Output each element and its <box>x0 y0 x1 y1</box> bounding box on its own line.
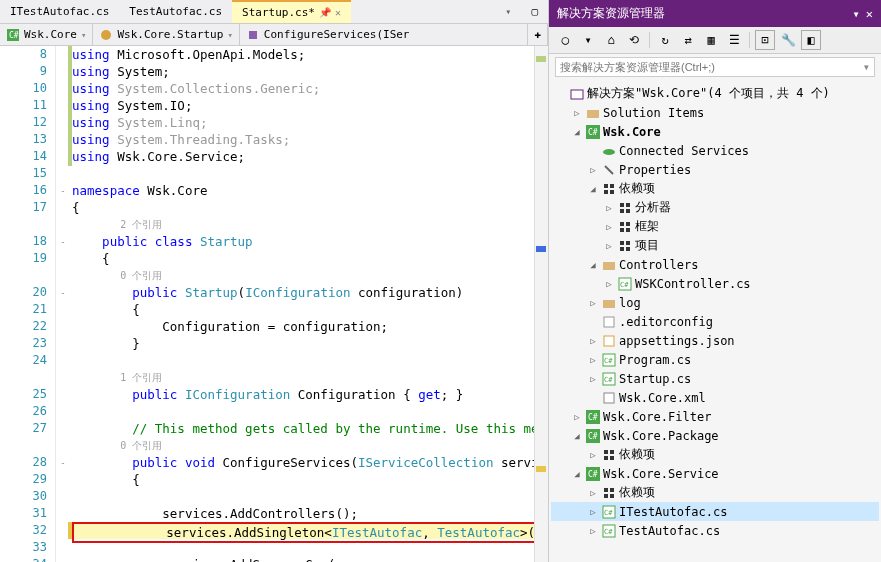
expand-icon[interactable]: ▷ <box>587 298 599 308</box>
code-line[interactable]: services.AddSwaggerGen(c => <box>70 556 548 562</box>
tree-node[interactable]: ▷C#WSKController.cs <box>551 274 879 293</box>
home-button[interactable]: ⌂ <box>601 30 621 50</box>
collapse-button[interactable]: ⇄ <box>678 30 698 50</box>
tab-startup[interactable]: Startup.cs* 📌 ✕ <box>232 0 351 23</box>
expand-icon[interactable]: ▷ <box>587 450 599 460</box>
back-button[interactable]: ◯ <box>555 30 575 50</box>
code-line[interactable]: Configuration = configuration; <box>70 318 548 335</box>
pin-icon[interactable]: 📌 <box>319 7 331 18</box>
code-line[interactable]: using System.Linq; <box>70 114 548 131</box>
expand-icon[interactable]: ▷ <box>587 336 599 346</box>
tree-node[interactable]: ▷Solution Items <box>551 103 879 122</box>
expand-icon[interactable]: ▷ <box>587 355 599 365</box>
chevron-down-icon[interactable]: ▾ <box>863 60 870 74</box>
code-line[interactable]: { <box>70 199 548 216</box>
overview-ruler[interactable] <box>534 46 548 562</box>
code-line[interactable]: public IConfiguration Configuration { ge… <box>70 386 548 403</box>
expand-icon[interactable]: ▷ <box>603 279 615 289</box>
refresh-button[interactable]: ↻ <box>655 30 675 50</box>
tree-node[interactable]: ▷appsettings.json <box>551 331 879 350</box>
properties-button[interactable]: ☰ <box>724 30 744 50</box>
code-line[interactable]: public void ConfigureServices(IServiceCo… <box>70 454 548 471</box>
code-line[interactable]: using Microsoft.OpenApi.Models; <box>70 46 548 63</box>
code-line[interactable]: } <box>70 335 548 352</box>
tree-node[interactable]: ▷项目 <box>551 236 879 255</box>
expand-icon[interactable]: ▷ <box>587 374 599 384</box>
chevron-down-icon[interactable]: ▾ <box>853 7 860 21</box>
expand-icon[interactable]: ▷ <box>571 412 583 422</box>
code-line[interactable]: { <box>70 471 548 488</box>
code-line[interactable]: // This method gets called by the runtim… <box>70 420 548 437</box>
expand-icon[interactable]: ◢ <box>571 469 583 479</box>
expand-icon[interactable]: ▷ <box>587 526 599 536</box>
show-all-button[interactable]: ▦ <box>701 30 721 50</box>
expand-icon[interactable]: ▷ <box>603 222 615 232</box>
code-line[interactable] <box>70 488 548 505</box>
tree-node[interactable]: ▷C#ITestAutofac.cs <box>551 502 879 521</box>
code-line[interactable]: 0 个引用 <box>70 267 548 284</box>
code-line[interactable]: 2 个引用 <box>70 216 548 233</box>
tree-node[interactable]: Wsk.Core.xml <box>551 388 879 407</box>
tag-button[interactable]: ◧ <box>801 30 821 50</box>
tree-node[interactable]: ▷C#Program.cs <box>551 350 879 369</box>
code-line[interactable]: using Wsk.Core.Service; <box>70 148 548 165</box>
tree-node[interactable]: Connected Services <box>551 141 879 160</box>
tree-node[interactable]: ◢C#Wsk.Core.Service <box>551 464 879 483</box>
tree-node[interactable]: ◢Controllers <box>551 255 879 274</box>
tree-node[interactable]: ◢依赖项 <box>551 179 879 198</box>
code-line[interactable]: services.AddControllers(); <box>70 505 548 522</box>
tab-testautofac[interactable]: TestAutofac.cs <box>119 0 232 23</box>
tree-node[interactable]: ▷C#TestAutofac.cs <box>551 521 879 540</box>
tab-itestautofac[interactable]: ITestAutofac.cs <box>0 0 119 23</box>
code-line[interactable] <box>70 352 548 369</box>
close-icon[interactable]: ✕ <box>335 7 341 18</box>
expand-icon[interactable]: ▷ <box>603 241 615 251</box>
tree-node[interactable]: ▷框架 <box>551 217 879 236</box>
tree-node[interactable]: ▷依赖项 <box>551 445 879 464</box>
code-line[interactable]: using System.Collections.Generic; <box>70 80 548 97</box>
code-line[interactable]: using System.IO; <box>70 97 548 114</box>
expand-icon[interactable]: ◢ <box>587 184 599 194</box>
tree-node[interactable]: ▷log <box>551 293 879 312</box>
expand-icon[interactable]: ▷ <box>587 507 599 517</box>
expand-icon[interactable]: ▷ <box>587 165 599 175</box>
expand-icon[interactable]: ◢ <box>571 431 583 441</box>
tree-node[interactable]: ▷依赖项 <box>551 483 879 502</box>
tree-node[interactable]: .editorconfig <box>551 312 879 331</box>
sync-button[interactable]: ⟲ <box>624 30 644 50</box>
code-line[interactable]: namespace Wsk.Core <box>70 182 548 199</box>
code-line[interactable]: services.AddSingleton<ITestAutofac, Test… <box>70 522 548 539</box>
crumb-split[interactable]: ✚ <box>527 24 548 45</box>
forward-button[interactable]: ▾ <box>578 30 598 50</box>
expand-icon[interactable]: ▷ <box>571 108 583 118</box>
tab-dropdown[interactable]: ▾ <box>495 0 521 23</box>
tree-node[interactable]: ◢C#Wsk.Core <box>551 122 879 141</box>
tree-node[interactable]: ▷C#Wsk.Core.Filter <box>551 407 879 426</box>
close-icon[interactable]: ✕ <box>866 7 873 21</box>
solution-tree[interactable]: 解决方案"Wsk.Core"(4 个项目，共 4 个)▷Solution Ite… <box>549 80 881 562</box>
expand-icon[interactable]: ◢ <box>571 127 583 137</box>
code-line[interactable] <box>70 165 548 182</box>
code-line[interactable]: { <box>70 250 548 267</box>
code-line[interactable]: public Startup(IConfiguration configurat… <box>70 284 548 301</box>
expand-icon[interactable]: ▷ <box>603 203 615 213</box>
code-line[interactable]: public class Startup <box>70 233 548 250</box>
code-line[interactable]: using System; <box>70 63 548 80</box>
code-line[interactable]: 1 个引用 <box>70 369 548 386</box>
code-line[interactable]: 0 个引用 <box>70 437 548 454</box>
view-button[interactable]: ⊡ <box>755 30 775 50</box>
tab-window[interactable]: ▢ <box>521 0 548 23</box>
code-line[interactable]: { <box>70 301 548 318</box>
tree-node[interactable]: ◢C#Wsk.Core.Package <box>551 426 879 445</box>
tree-node[interactable]: ▷C#Startup.cs <box>551 369 879 388</box>
crumb-project[interactable]: C# Wsk.Core ▾ <box>0 24 93 45</box>
tree-node[interactable]: ▷Properties <box>551 160 879 179</box>
expand-icon[interactable]: ▷ <box>587 488 599 498</box>
crumb-class[interactable]: Wsk.Core.Startup ▾ <box>93 24 239 45</box>
code-line[interactable]: using System.Threading.Tasks; <box>70 131 548 148</box>
code-line[interactable] <box>70 403 548 420</box>
solution-search[interactable]: ▾ <box>555 57 875 77</box>
wrench-button[interactable]: 🔧 <box>778 30 798 50</box>
code-editor[interactable]: 8910111213141516171819202122232425262728… <box>0 46 548 562</box>
crumb-method[interactable]: ConfigureServices(ISer <box>240 24 528 45</box>
